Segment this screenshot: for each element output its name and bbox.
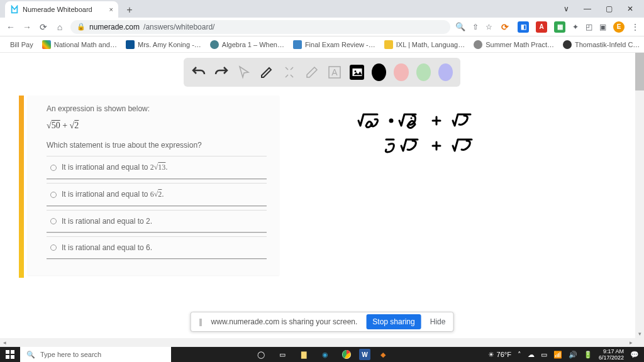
tray-battery-icon[interactable]: 🔋 [584,351,592,359]
option-row[interactable]: It is rational and equal to 6. [47,236,267,259]
window-maximize-button[interactable]: ▢ [604,4,614,13]
horizontal-scrollbar[interactable]: ◂ ▸ [0,338,635,347]
sidepanel-icon[interactable]: ▣ [599,23,606,31]
hide-share-button[interactable]: Hide [430,317,446,326]
color-purple[interactable] [438,63,453,81]
redo-button[interactable] [214,63,229,81]
bookmark-item[interactable]: Thomastik-Infeld C… [563,40,640,49]
extensions-puzzle-icon[interactable]: ✦ [572,23,579,31]
window-dropdown-icon[interactable]: ∨ [561,4,571,13]
taskbar-apps: ◯ ▭ ▇ ◉ W ◆ [252,347,392,362]
extension-adobe-icon[interactable]: A [536,21,547,33]
cast-icon[interactable]: ◰ [586,23,592,31]
bookmark-item[interactable]: IXL | Math, Languag… [384,40,465,49]
bookmark-favicon-icon [42,40,51,49]
extension-icon-1[interactable]: ⟳ [499,21,511,33]
taskbar-edge-icon[interactable]: ◉ [316,347,334,362]
url-bar[interactable]: 🔒 numerade.com/answers/whiteboard/ [70,20,450,34]
bookmark-item[interactable]: National Math and… [42,40,117,49]
image-tool[interactable] [350,65,364,80]
color-green[interactable] [416,63,431,81]
window-minimize-button[interactable]: — [582,4,592,13]
url-path: /answers/whiteboard/ [143,23,214,31]
weather-widget[interactable]: ☀76°F [488,351,511,359]
bookmark-favicon-icon [384,40,393,49]
tray-notifications-icon[interactable]: 💬 [630,351,639,359]
bookmark-item[interactable]: Algebra 1 – When… [210,40,284,49]
taskbar-search[interactable]: 🔍 Type here to search [20,347,171,362]
taskbar-taskview-icon[interactable]: ▭ [274,347,291,362]
tab-title: Numerade Whiteboard [23,6,92,13]
share-pause-icon[interactable]: ‖ [199,317,203,326]
bookmark-item[interactable]: Bill Pay [10,41,33,48]
option-row[interactable]: It is irrational and equal to 2√13. [47,156,267,179]
tray-volume-icon[interactable]: 🔊 [569,351,577,359]
extension-icon-2[interactable]: ◧ [518,21,529,33]
stop-sharing-button[interactable]: Stop sharing [366,314,421,329]
nav-home-button[interactable]: ⌂ [54,22,65,32]
chrome-menu-icon[interactable]: ⋮ [631,23,639,31]
taskbar-clock[interactable]: 9:17 AM 6/17/2022 [599,348,624,361]
bookmark-favicon-icon [474,40,482,49]
search-icon[interactable]: 🔍 [455,22,465,31]
nav-back-button[interactable]: ← [5,22,16,32]
taskbar-cortana-icon[interactable]: ◯ [252,347,270,362]
url-host: numerade.com [89,23,140,31]
radio-icon[interactable] [50,218,57,224]
taskbar-explorer-icon[interactable]: ▇ [295,347,313,362]
bookmark-item[interactable]: Mrs. Amy Koning -… [126,40,201,49]
tools-icon[interactable] [282,63,297,81]
radio-icon[interactable] [50,192,57,198]
pen-tool[interactable] [259,63,274,81]
taskbar-word-icon[interactable]: W [359,349,370,360]
taskbar-app-icon[interactable]: ◆ [374,347,392,362]
svg-text:A: A [331,67,338,77]
svg-rect-6 [6,350,9,354]
start-button[interactable] [0,350,20,359]
scroll-down-icon[interactable]: ▾ [635,329,644,338]
taskbar-tray: ☀76°F ˄ ☁ ▭ 📶 🔊 🔋 9:17 AM 6/17/2022 💬 [488,348,644,361]
tray-onedrive-icon[interactable]: ☁ [528,351,535,359]
handwriting-area[interactable] [352,109,516,185]
new-tab-button[interactable]: + [122,3,137,18]
browser-tab[interactable]: Numerade Whiteboard × [5,1,118,18]
tray-wifi-icon[interactable]: 📶 [553,351,562,359]
bookmark-item[interactable]: Final Exam Review -… [293,40,375,49]
pointer-tool[interactable] [236,63,252,81]
text-tool[interactable]: A [327,63,342,81]
window-controls: ∨ — ▢ ✕ [561,0,644,18]
question-prompt: An expression is shown below: [47,104,267,113]
tab-close-icon[interactable]: × [109,6,113,13]
scroll-left-icon[interactable]: ◂ [0,338,9,347]
tray-meet-icon[interactable]: ▭ [541,351,547,359]
address-bar-icons: 🔍 ⇧ ☆ ⟳ ◧ A ▦ ✦ ◰ ▣ E ⋮ [455,21,639,33]
svg-rect-9 [11,355,14,359]
share-icon[interactable]: ⇧ [472,23,479,31]
radio-icon[interactable] [50,244,57,251]
bookmark-item[interactable]: Summer Math Pract… [474,40,554,49]
scroll-right-icon[interactable]: ▸ [626,338,635,347]
tray-chevron-icon[interactable]: ˄ [518,351,521,359]
eraser-tool[interactable] [304,63,319,81]
svg-point-5 [390,119,392,122]
option-row[interactable]: It is rational and equal to 2. [47,210,267,233]
bookmark-star-icon[interactable]: ☆ [486,23,492,31]
color-black[interactable] [372,63,386,81]
nav-forward-button[interactable]: → [21,22,33,32]
taskbar-chrome-icon[interactable] [338,347,355,362]
nav-reload-button[interactable]: ⟳ [38,22,49,32]
svg-rect-8 [6,355,9,359]
question-expression: √50 + √2 [47,121,267,131]
weather-icon: ☀ [488,351,494,359]
scrollbar-thumb[interactable] [635,53,644,90]
extension-icon-3[interactable]: ▦ [554,21,565,33]
undo-button[interactable] [191,63,206,81]
svg-rect-7 [11,350,14,354]
color-pink[interactable] [394,63,408,81]
profile-avatar[interactable]: E [613,21,625,33]
vertical-scrollbar[interactable]: ▴ ▾ [635,53,644,347]
option-row[interactable]: It is irrational and equal to 6√2. [47,183,267,206]
window-close-button[interactable]: ✕ [625,4,635,13]
search-icon: 🔍 [26,351,35,359]
radio-icon[interactable] [50,165,57,171]
